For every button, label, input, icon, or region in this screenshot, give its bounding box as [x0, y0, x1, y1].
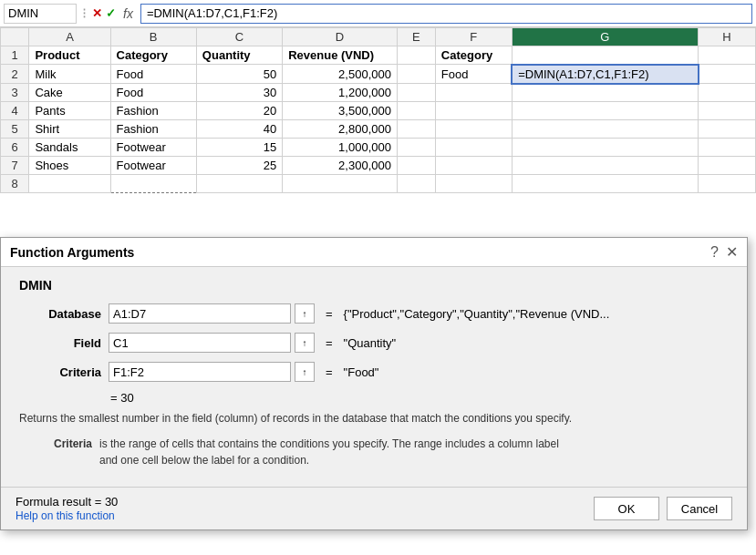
cell-h5[interactable]: [699, 120, 756, 139]
cell-b6[interactable]: Footwear: [110, 139, 196, 157]
cell-h8[interactable]: [699, 175, 756, 193]
cell-e7[interactable]: [397, 157, 435, 175]
cell-d6[interactable]: 1,000,000: [283, 139, 398, 157]
cell-g2[interactable]: =DMIN(A1:D7,C1,F1:F2): [512, 65, 698, 84]
col-header-d[interactable]: D: [283, 28, 398, 46]
cell-e3[interactable]: [397, 84, 435, 102]
cell-a4[interactable]: Pants: [29, 102, 110, 120]
col-header-f[interactable]: F: [435, 28, 512, 46]
cell-f5[interactable]: [435, 120, 512, 139]
cell-e1[interactable]: [397, 46, 435, 65]
col-header-b[interactable]: B: [110, 28, 196, 46]
cell-a1[interactable]: Product: [29, 46, 110, 65]
help-icon[interactable]: ?: [710, 244, 719, 261]
cell-g7[interactable]: [512, 157, 698, 175]
cell-h4[interactable]: [699, 102, 756, 120]
formula-input[interactable]: [140, 4, 752, 24]
cell-g5[interactable]: [512, 120, 698, 139]
cell-d8[interactable]: [283, 175, 398, 193]
cell-b8[interactable]: [110, 175, 196, 193]
cancel-formula-icon[interactable]: ✕: [92, 6, 102, 20]
arg-input-field[interactable]: [109, 333, 291, 353]
cell-c4[interactable]: 20: [196, 102, 282, 120]
cell-a2[interactable]: Milk: [29, 65, 110, 84]
arg-input-criteria[interactable]: [109, 362, 291, 382]
cell-d7[interactable]: 2,300,000: [283, 157, 398, 175]
cell-c6[interactable]: 15: [196, 139, 282, 157]
cell-b2[interactable]: Food: [110, 65, 196, 84]
cell-b4[interactable]: Fashion: [110, 102, 196, 120]
cell-b3[interactable]: Food: [110, 84, 196, 102]
cell-f7[interactable]: [435, 157, 512, 175]
cell-e6[interactable]: [397, 139, 435, 157]
cell-g1[interactable]: [512, 46, 698, 65]
description-main: Returns the smallest number in the field…: [19, 410, 729, 427]
cell-f8[interactable]: [435, 175, 512, 193]
cell-d3[interactable]: 1,200,000: [283, 84, 398, 102]
cell-h3[interactable]: [699, 84, 756, 102]
close-icon[interactable]: ✕: [726, 243, 738, 261]
ok-button[interactable]: OK: [594, 497, 659, 520]
cell-e2[interactable]: [397, 65, 435, 84]
collapse-btn-field[interactable]: ↑: [295, 333, 315, 353]
fx-button[interactable]: fx: [119, 5, 137, 22]
cell-d1[interactable]: Revenue (VND): [283, 46, 398, 65]
row-header-2: 2: [1, 65, 29, 84]
cell-h7[interactable]: [699, 157, 756, 175]
cell-a3[interactable]: Cake: [29, 84, 110, 102]
col-header-h[interactable]: H: [699, 28, 756, 46]
cell-e5[interactable]: [397, 120, 435, 139]
table-row: 3 Cake Food 30 1,200,000: [1, 84, 756, 102]
cell-c1[interactable]: Quantity: [196, 46, 282, 65]
cell-b5[interactable]: Fashion: [110, 120, 196, 139]
cell-g6[interactable]: [512, 139, 698, 157]
formula-bar: DMIN ⁝ ✕ ✓ fx: [0, 0, 756, 27]
cell-e8[interactable]: [397, 175, 435, 193]
cell-g8[interactable]: [512, 175, 698, 193]
col-header-e[interactable]: E: [397, 28, 435, 46]
cell-f1[interactable]: Category: [435, 46, 512, 65]
cell-d5[interactable]: 2,800,000: [283, 120, 398, 139]
cancel-button[interactable]: Cancel: [667, 497, 732, 520]
cell-d2[interactable]: 2,500,000: [283, 65, 398, 84]
result-line: = 30: [110, 391, 729, 405]
dialog-title-icons: ? ✕: [710, 243, 738, 261]
cell-h1[interactable]: [699, 46, 756, 65]
cell-c8[interactable]: [196, 175, 282, 193]
col-header-g[interactable]: G: [512, 28, 698, 46]
cell-f6[interactable]: [435, 139, 512, 157]
cell-a5[interactable]: Shirt: [29, 120, 110, 139]
cell-g3[interactable]: [512, 84, 698, 102]
confirm-formula-icon[interactable]: ✓: [106, 6, 116, 20]
cell-h6[interactable]: [699, 139, 756, 157]
cell-b1[interactable]: Category: [110, 46, 196, 65]
cell-f2[interactable]: Food: [435, 65, 512, 84]
name-box[interactable]: DMIN: [4, 4, 77, 24]
cell-f4[interactable]: [435, 102, 512, 120]
cell-c2[interactable]: 50: [196, 65, 282, 84]
cell-a6[interactable]: Sandals: [29, 139, 110, 157]
help-link[interactable]: Help on this function: [16, 509, 115, 522]
collapse-btn-criteria[interactable]: ↑: [295, 362, 315, 382]
col-header-c[interactable]: C: [196, 28, 282, 46]
cell-d4[interactable]: 3,500,000: [283, 102, 398, 120]
cell-a8[interactable]: [29, 175, 110, 193]
cell-b7[interactable]: Footwear: [110, 157, 196, 175]
table-row: 7 Shoes Footwear 25 2,300,000: [1, 157, 756, 175]
collapse-btn-database[interactable]: ↑: [295, 303, 315, 324]
cell-c7[interactable]: 25: [196, 157, 282, 175]
col-header-a[interactable]: A: [29, 28, 110, 46]
cell-f3[interactable]: [435, 84, 512, 102]
arg-row-database: Database ↑ = {"Product","Category","Quan…: [19, 303, 729, 324]
cell-e4[interactable]: [397, 102, 435, 120]
cell-a7[interactable]: Shoes: [29, 157, 110, 175]
cell-g4[interactable]: [512, 102, 698, 120]
cell-c3[interactable]: 30: [196, 84, 282, 102]
cell-h2[interactable]: [699, 65, 756, 84]
table-row: 8: [1, 175, 756, 193]
dialog-title: Function Arguments: [10, 245, 134, 260]
arg-eq-field: =: [326, 336, 333, 350]
row-header-7: 7: [1, 157, 29, 175]
cell-c5[interactable]: 40: [196, 120, 282, 139]
arg-input-database[interactable]: [109, 303, 291, 324]
